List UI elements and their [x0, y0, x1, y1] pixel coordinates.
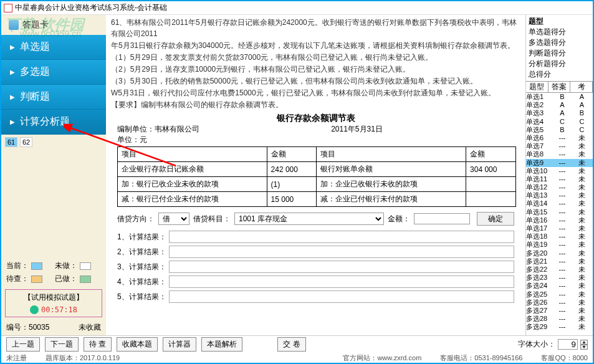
swatch-pending: [31, 275, 42, 283]
timer: 00:57:18: [41, 305, 77, 314]
qa-row[interactable]: 多选27---未: [526, 307, 593, 315]
qa-row[interactable]: 多选29---未: [526, 323, 593, 331]
prev-button[interactable]: 上一题: [6, 337, 40, 352]
result-input-5[interactable]: [169, 290, 514, 303]
table-date: 2011年5月31日: [331, 124, 383, 135]
code-row: 编号：50035 未收藏: [1, 320, 106, 335]
qa-row[interactable]: 单选5BC: [526, 126, 593, 134]
result-label-1: 1、计算结果：: [117, 232, 166, 242]
fontsize-label: 字体大小：: [518, 339, 555, 350]
question-text: 61、韦林有限公司2011年5月银行存款日记账余额为242000元。收到银行寄送…: [111, 17, 520, 110]
qa-row[interactable]: 单选15---未: [526, 208, 593, 216]
qa-row[interactable]: 多选21---未: [526, 257, 593, 266]
amount-label: 金额：: [388, 214, 410, 224]
debit-select[interactable]: 借: [158, 213, 189, 225]
nav-single-choice[interactable]: 单选题: [1, 35, 106, 60]
result-label-2: 2、计算结果：: [117, 247, 166, 257]
qa-row[interactable]: 单选11---未: [526, 175, 593, 183]
window-title: 中星睿典会计从业资格考试练习系统-会计基础: [15, 2, 167, 13]
calc-button[interactable]: 计算器: [163, 337, 196, 352]
nav-calc-analysis[interactable]: 计算分析题: [1, 110, 106, 135]
swatch-undone: [80, 262, 91, 270]
legend-current-label: 当前：: [6, 261, 29, 271]
qa-row[interactable]: 多选25---未: [526, 290, 593, 299]
pending-button[interactable]: 待 查: [84, 337, 112, 352]
fontsize-up[interactable]: ▲: [580, 340, 588, 345]
clock-icon: [30, 305, 39, 314]
titlebar: 中星睿典会计从业资格考试练习系统-会计基础: [1, 1, 593, 15]
legend-done-label: 已做：: [55, 274, 77, 284]
bottom-toolbar: 上一题 下一题 待 查 收藏本题 计算器 本题解析 交 卷 字体大小： ▲▼: [1, 335, 593, 353]
qa-row[interactable]: 单选13---未: [526, 191, 593, 199]
qa-row[interactable]: 多选23---未: [526, 274, 593, 282]
swatch-current: [31, 262, 42, 270]
trial-label: 【试用模拟试题】: [8, 292, 99, 303]
result-input-3[interactable]: [169, 261, 514, 273]
subject-label: 借贷科目：: [193, 214, 231, 224]
qa-row[interactable]: 单选12---未: [526, 183, 593, 191]
confirm-button[interactable]: 确定: [477, 212, 514, 226]
qa-row[interactable]: 单选4CC: [526, 118, 593, 126]
qa-row[interactable]: 单选8---未: [526, 150, 593, 158]
result-label-5: 5、计算结果：: [117, 292, 166, 302]
content: 61、韦林有限公司2011年5月银行存款日记账余额为242000元。收到银行寄送…: [106, 15, 525, 335]
parse-button[interactable]: 本题解析: [201, 337, 242, 352]
adjustment-table: 项目金额项目金额 企业银行存款日记账余额242 000银行对账单余额304 00…: [117, 146, 516, 207]
fav-button[interactable]: 收藏本题: [117, 337, 158, 352]
qa-list: 单选1BA单选2AA单选3AB单选4CC单选5BC单选6---未单选7---未单…: [526, 93, 593, 331]
sidebar: 答题卡 单选题 多选题 判断题 计算分析题 61 62 当前： 未做： 待查： …: [1, 15, 106, 335]
qa-row[interactable]: 单选6---未: [526, 134, 593, 142]
result-input-4[interactable]: [169, 275, 514, 288]
qa-row[interactable]: 多选28---未: [526, 315, 593, 323]
qa-header: 题型答案考: [526, 81, 593, 93]
qa-row[interactable]: 单选19---未: [526, 241, 593, 249]
qa-row[interactable]: 单选18---未: [526, 232, 593, 241]
result-label-4: 4、计算结果：: [117, 277, 166, 287]
unit: 单位：元: [111, 135, 520, 145]
score-title: 题型: [529, 16, 590, 27]
qnum-61[interactable]: 61: [5, 137, 17, 147]
score-panel: 题型 单选题得分 多选题得分 判断题得分 分析题得分 总得分 题型答案考 单选1…: [525, 15, 593, 335]
legend-pending-label: 待查：: [6, 274, 29, 284]
qa-row[interactable]: 单选17---未: [526, 224, 593, 232]
qa-row[interactable]: 单选16---未: [526, 216, 593, 224]
trial-box: 【试用模拟试题】 00:57:18: [5, 289, 102, 317]
legend: 当前： 未做： 待查： 已做：: [1, 258, 106, 287]
result-input-1[interactable]: [169, 231, 514, 243]
submit-button[interactable]: 交 卷: [277, 337, 305, 352]
fontsize-down[interactable]: ▼: [580, 345, 588, 350]
qa-row[interactable]: 多选26---未: [526, 299, 593, 307]
question-numbers: 61 62: [1, 135, 106, 150]
reg-status: 未注册: [6, 353, 27, 363]
app-icon: [4, 4, 12, 12]
result-label-3: 3、计算结果：: [117, 262, 166, 272]
nav-multi-choice[interactable]: 多选题: [1, 60, 106, 85]
qnum-62[interactable]: 62: [20, 137, 32, 147]
legend-undone-label: 未做：: [55, 261, 77, 271]
entry-form: 借贷方向： 借 借贷科目： 1001 库存现金 金额： 确定: [111, 208, 520, 229]
qa-row[interactable]: 多选22---未: [526, 266, 593, 274]
qa-row[interactable]: 多选24---未: [526, 282, 593, 290]
qa-row[interactable]: 单选9---未: [526, 159, 593, 167]
qa-row[interactable]: 单选1BA: [526, 93, 593, 101]
fav-status: 未收藏: [79, 322, 101, 333]
qa-row[interactable]: 多选20---未: [526, 249, 593, 257]
next-button[interactable]: 下一题: [45, 337, 79, 352]
amount-input[interactable]: [414, 213, 470, 224]
qa-row[interactable]: 单选3AB: [526, 109, 593, 117]
fontsize-input[interactable]: [558, 339, 578, 350]
qa-row[interactable]: 单选7---未: [526, 142, 593, 150]
statusbar: 未注册 题库版本：2017.0.0.119 官方网站：www.zxrd.com …: [1, 353, 593, 363]
qa-row[interactable]: 单选14---未: [526, 199, 593, 208]
debit-label: 借贷方向：: [117, 214, 155, 224]
table-title: 银行存款余额调节表: [111, 113, 520, 124]
nav-judge[interactable]: 判断题: [1, 85, 106, 110]
result-input-2[interactable]: [169, 246, 514, 258]
qa-row[interactable]: 单选2AA: [526, 101, 593, 109]
qa-row[interactable]: 单选10---未: [526, 167, 593, 175]
subject-select[interactable]: 1001 库存现金: [234, 213, 384, 225]
sidebar-header: 答题卡: [1, 15, 106, 35]
swatch-done: [80, 275, 91, 283]
